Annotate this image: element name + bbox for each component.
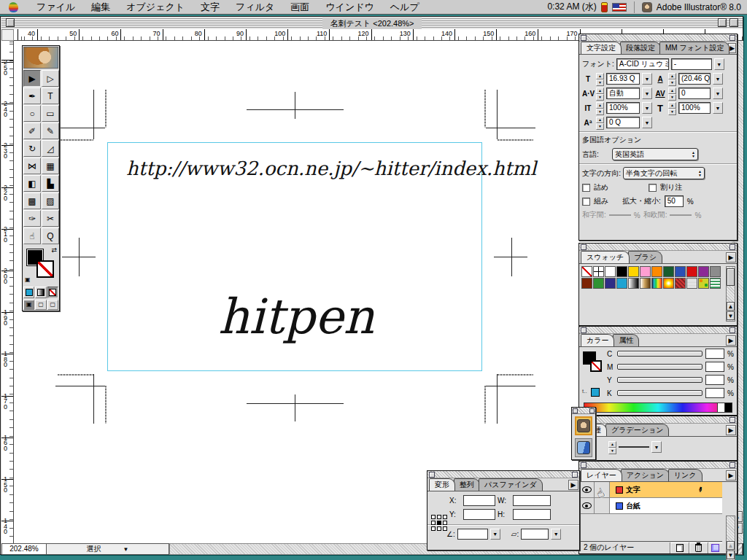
language-popup[interactable]: 英国英語 ▲▼ [612,148,698,160]
swatch-brick-pattern[interactable] [675,278,686,289]
reference-point-proxy[interactable] [431,515,447,531]
delete-layer-button[interactable] [689,542,708,553]
swatch-white[interactable] [605,266,616,277]
color-mode-button[interactable] [23,287,34,298]
swatch-rainbow-gradient[interactable] [651,278,662,289]
direct-selection-tool[interactable]: ▷ [42,70,59,87]
h-field[interactable] [513,509,551,520]
scale-tool[interactable]: ◿ [42,140,59,157]
palette-menu-arrow-icon[interactable]: ▶ [726,335,736,346]
palette-title-bar[interactable] [427,471,579,478]
horizontal-scale-dropdown-icon[interactable]: ▼ [713,102,723,114]
transform-tab-1[interactable]: 整列 [454,478,480,491]
stroke-weight-dropdown-icon[interactable]: ▼ [651,441,662,453]
apple-menu-icon[interactable] [9,2,18,12]
palette-title-bar[interactable] [579,462,737,469]
swatch-purple[interactable] [698,266,709,277]
leading-stepper[interactable]: ▲▼ [668,73,676,85]
swatch-blue[interactable] [675,266,686,277]
menu-item-edit[interactable]: 編集 [83,0,118,14]
tracking-field[interactable]: 0 [678,88,711,99]
ruler-corner[interactable] [1,29,14,41]
zoom-level-field[interactable]: 202.48% [1,543,47,555]
swap-fill-stroke-icon[interactable]: ⇄ [51,246,57,254]
visibility-toggle[interactable] [579,498,595,513]
palette-close-icon[interactable] [581,327,587,333]
palette-menu-arrow-icon[interactable]: ▶ [726,252,736,262]
standard-screen-button[interactable]: ▣ [23,300,34,310]
swatch-registration[interactable] [593,266,604,277]
palette-zoom-icon[interactable] [572,472,578,478]
rotate-dropdown-icon[interactable]: ▼ [490,529,500,540]
palette-menu-arrow-icon[interactable]: ▶ [726,425,736,435]
rotate-angle-field[interactable] [457,529,488,540]
default-fill-stroke-icon[interactable]: ▣ [25,276,31,283]
selection-tool[interactable]: ▶ [23,70,41,87]
reflect-tool[interactable]: ⋈ [23,158,41,174]
swatch-cyan[interactable] [616,278,627,289]
menu-item-window[interactable]: ウインドウ [317,0,382,14]
black-chip[interactable] [724,403,732,412]
scroll-up-icon[interactable]: ▲ [727,302,735,311]
font-size-field[interactable]: 16.93 Q [606,73,640,85]
ellipse-tool[interactable]: ○ [23,105,41,122]
swatch-brown[interactable] [581,278,592,289]
tracking-dropdown-icon[interactable]: ▼ [713,88,723,99]
free-transform-tool[interactable]: ▦ [42,158,59,174]
baseline-shift-dropdown-icon[interactable]: ▼ [642,117,652,128]
palette-title-bar[interactable] [579,34,737,42]
scroll-up-icon[interactable]: ▲ [727,541,735,550]
palette-zoom-icon[interactable] [729,462,735,468]
none-mode-button[interactable] [47,287,58,298]
transform-tab-0[interactable]: 変形 [429,478,455,491]
scroll-down-icon[interactable]: ▼ [727,551,735,559]
menu-item-object[interactable]: オブジェクト [118,0,193,14]
scissors-tool[interactable]: ✂ [42,210,59,227]
slider-m[interactable] [617,364,703,370]
font-size-stepper[interactable]: ▲▼ [596,73,604,85]
stroke-weight-field[interactable] [619,446,649,448]
vertical-scale-dropdown-icon[interactable]: ▼ [642,102,652,114]
font-size-dropdown-icon[interactable]: ▼ [642,73,652,85]
swatch-gray[interactable] [710,266,721,277]
palette-close-icon[interactable] [581,35,587,41]
close-box-icon[interactable] [6,18,15,27]
layers-scrollbar[interactable]: ▲ ▼ [726,516,735,560]
scroll-down-icon[interactable]: ▼ [727,311,735,320]
shear-angle-field[interactable] [521,529,549,540]
switcher-title-bar[interactable] [572,408,595,414]
shear-dropdown-icon[interactable]: ▼ [551,529,561,540]
swatch-tab-0[interactable]: スウォッチ [581,251,630,263]
fill-stroke-proxy[interactable] [583,351,608,381]
pen-tool[interactable]: ✒ [23,88,41,104]
swatch-tab-1[interactable]: ブラシ [628,251,662,263]
gradient-mode-button[interactable] [35,287,46,298]
palette-close-icon[interactable] [581,244,587,250]
logo-text-object[interactable]: hitpen [218,289,374,345]
direction-popup[interactable]: 半角文字の回転 ▲▼ [623,167,705,179]
zoom-box-icon[interactable] [718,18,727,27]
swatch-texture-pattern[interactable] [686,278,697,289]
vertical-scale-stepper[interactable]: ▲▼ [596,102,604,114]
stroke-swatch[interactable] [590,360,602,372]
last-color-swatch[interactable] [591,388,600,397]
palette-close-icon[interactable] [429,472,435,478]
stroke-tab-1[interactable]: グラデーション [605,424,669,436]
kerning-dropdown-icon[interactable]: ▼ [642,88,652,99]
layers-tab-1[interactable]: アクション [621,469,670,481]
stroke-weight-stepper[interactable]: ▲▼ [608,441,616,453]
tsume-checkbox[interactable] [582,184,590,192]
full-screen-menu-button[interactable]: ▢ [35,300,46,310]
swatch-red[interactable] [686,266,697,277]
menu-item-help[interactable]: ヘルプ [382,0,427,14]
waji-field[interactable] [609,214,631,216]
fill-stroke-proxy[interactable]: ⇄ ▣ [23,246,58,284]
swatch-forest-green[interactable] [663,266,674,277]
swatch-gray-gradient[interactable] [628,278,639,289]
swatch-pink[interactable] [640,266,651,277]
switcher-zoom-icon[interactable] [589,408,595,413]
palette-menu-arrow-icon[interactable]: ▶ [726,470,736,481]
application-menu-icon[interactable] [642,2,652,12]
finder-app-button[interactable] [575,438,592,457]
visibility-toggle[interactable] [579,482,595,497]
